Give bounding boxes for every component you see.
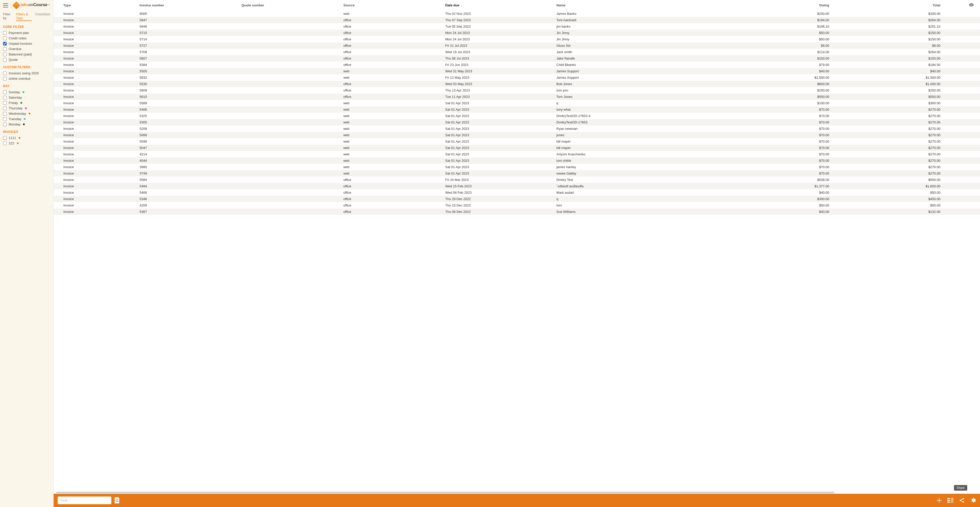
logo[interactable]: ish®onCourse™ bbox=[14, 3, 50, 8]
table-row[interactable]: Invoice5406webSat 01 Apr 2023tony what$7… bbox=[54, 106, 980, 113]
checkbox[interactable] bbox=[3, 117, 6, 121]
table-row[interactable]: Invoice5609officeThu 13 Apr 2023tom jom$… bbox=[54, 87, 980, 94]
cell: $50.00 bbox=[832, 189, 943, 196]
checkbox[interactable] bbox=[3, 58, 6, 62]
filter-check[interactable]: Monday bbox=[3, 122, 50, 127]
checkbox[interactable] bbox=[3, 107, 6, 110]
logo-ish: ish bbox=[21, 3, 27, 7]
table-row[interactable]: Invoice4044webSat 01 Apr 2023toni childs… bbox=[54, 158, 980, 164]
table-row[interactable]: Invoice5325webSat 01 Apr 2023DmitryTestO… bbox=[54, 113, 980, 119]
cell: 5632 bbox=[137, 74, 239, 81]
filter-check[interactable]: Wednesday bbox=[3, 111, 50, 116]
checkbox[interactable] bbox=[3, 77, 6, 80]
table-row[interactable]: Invoice5047webSat 01 Apr 2023bill mayer$… bbox=[54, 145, 980, 151]
checkbox[interactable] bbox=[3, 47, 6, 51]
table-row[interactable]: Invoice5505webWed 31 May 2023James Suppo… bbox=[54, 68, 980, 74]
cell: Invoice bbox=[54, 49, 137, 55]
checkbox[interactable] bbox=[3, 136, 6, 140]
filter-check[interactable]: online overdue bbox=[3, 76, 50, 81]
view-toggle-icon[interactable] bbox=[947, 498, 953, 503]
table-row[interactable]: Invoice5466officeWed 08 Feb 2023Mark asd… bbox=[54, 189, 980, 196]
table-row[interactable]: Invoice5709officeWed 19 Jul 2023Jack smi… bbox=[54, 49, 980, 55]
filter-check[interactable]: Balanced (paid) bbox=[3, 52, 50, 57]
filter-check[interactable]: Payment plan bbox=[3, 30, 50, 35]
cell: James Support bbox=[554, 74, 721, 81]
table-row[interactable]: Invoice5715officeMon 24 Jul 2023Jin Jinn… bbox=[54, 30, 980, 36]
cell: Tue 05 Sep 2023 bbox=[443, 23, 554, 30]
col-owing[interactable]: Owing bbox=[721, 0, 832, 11]
checkbox[interactable] bbox=[3, 142, 6, 145]
table-row[interactable]: Invoice5346officeThu 29 Dec 2022q$300.00… bbox=[54, 196, 980, 202]
table-row[interactable]: Invoice5384officeFri 23 Jun 2023Child Bb… bbox=[54, 62, 980, 68]
filter-check[interactable]: Friday bbox=[3, 100, 50, 105]
share-button[interactable] bbox=[959, 497, 965, 503]
cell bbox=[239, 36, 341, 42]
settings-button[interactable] bbox=[970, 497, 976, 503]
table-row[interactable]: Invoice5632webFri 12 May 2023James Suppo… bbox=[54, 74, 980, 81]
col-name[interactable]: Name bbox=[554, 0, 721, 11]
cell: $150.00 bbox=[832, 36, 943, 42]
filter-check[interactable]: Invoices owing 2020 bbox=[3, 70, 50, 76]
search-box[interactable] bbox=[58, 496, 111, 504]
table-row[interactable]: Invoice5305webSat 01 Apr 2023DmitryTestO… bbox=[54, 119, 980, 126]
tab-filters-tags[interactable]: Filters & Tags bbox=[16, 12, 32, 21]
table-row[interactable]: Invoice5727officeFri 21 Jul 2023Gloss Si… bbox=[54, 42, 980, 49]
table-row[interactable]: Invoice3749webSat 01 Apr 2023wwew Gabby$… bbox=[54, 170, 980, 177]
hamburger-icon[interactable] bbox=[3, 3, 8, 7]
filter-check[interactable]: Quote bbox=[3, 57, 50, 62]
filter-check[interactable]: Unpaid invoices bbox=[3, 41, 50, 46]
filter-check[interactable]: 222 bbox=[3, 140, 50, 146]
col-date-due[interactable]: Date due↓ bbox=[443, 0, 554, 11]
col-visibility[interactable] bbox=[943, 0, 980, 11]
checkbox[interactable] bbox=[3, 72, 6, 75]
table-row[interactable]: Invoice5607officeThu 06 Jul 2023Jake Ran… bbox=[54, 55, 980, 62]
checkbox[interactable] bbox=[3, 31, 6, 35]
checkbox[interactable] bbox=[3, 101, 6, 105]
col-invoice-number[interactable]: Invoice number bbox=[137, 0, 239, 11]
table-scroll[interactable]: Type Invoice number Quote number Source … bbox=[54, 0, 980, 491]
col-quote-number[interactable]: Quote number bbox=[239, 0, 341, 11]
filter-check[interactable]: Saturday bbox=[3, 95, 50, 100]
filter-check[interactable]: 1111 bbox=[3, 135, 50, 140]
saved-search-icon[interactable] bbox=[115, 497, 120, 504]
checkbox[interactable] bbox=[3, 91, 6, 94]
table-row[interactable]: Invoice5048webSat 01 Apr 2023bill mayer$… bbox=[54, 138, 980, 145]
table-row[interactable]: Invoice3980webSat 01 Apr 2023james hanle… bbox=[54, 164, 980, 170]
table-row[interactable]: Invoice5584officeFri 24 Mar 2023Dmitry T… bbox=[54, 177, 980, 183]
filter-check[interactable]: Tuesday bbox=[3, 116, 50, 122]
checkbox[interactable] bbox=[3, 123, 6, 126]
table-row[interactable]: Invoice5610officeTue 11 Apr 2023Tom Jone… bbox=[54, 94, 980, 100]
table-row[interactable]: Invoice5847officeThu 07 Sep 2023Toni Aar… bbox=[54, 17, 980, 23]
filter-check[interactable]: Overdue bbox=[3, 46, 50, 52]
table-row[interactable]: Invoice5484officeWed 15 Feb 2023`sdfasdf… bbox=[54, 183, 980, 189]
cell: $70.00 bbox=[721, 158, 832, 164]
horizontal-scrollbar[interactable] bbox=[54, 491, 980, 494]
table-row[interactable]: Invoice5367officeThu 08 Dec 2022Sue Will… bbox=[54, 209, 980, 215]
col-source[interactable]: Source bbox=[341, 0, 443, 11]
filter-check[interactable]: Sunday bbox=[3, 89, 50, 95]
table-row[interactable]: Invoice4214webSat 01 Apr 2023Artyom Krav… bbox=[54, 151, 980, 158]
table-row[interactable]: Invoice4209officeThu 15 Dec 2022tom$50.0… bbox=[54, 202, 980, 209]
cell: 5714 bbox=[137, 36, 239, 42]
tab-checklists[interactable]: Checklists bbox=[35, 12, 50, 21]
search-input[interactable] bbox=[60, 498, 109, 502]
checkbox[interactable] bbox=[3, 53, 6, 56]
filter-check[interactable]: Thursday bbox=[3, 105, 50, 111]
table-row[interactable]: Invoice5589webSat 01 Apr 2023q$100.00$30… bbox=[54, 100, 980, 106]
checkbox[interactable] bbox=[3, 42, 6, 46]
cell bbox=[239, 55, 341, 62]
checkbox[interactable] bbox=[3, 112, 6, 115]
col-type[interactable]: Type bbox=[54, 0, 137, 11]
add-button[interactable] bbox=[937, 498, 942, 503]
table-row[interactable]: Invoice5530officeWed 03 May 2023Bob Jone… bbox=[54, 81, 980, 87]
table-row[interactable]: Invoice5846officeTue 05 Sep 2023jim bank… bbox=[54, 23, 980, 30]
checkbox[interactable] bbox=[3, 37, 6, 40]
table-row[interactable]: Invoice5714officeMon 24 Jul 2023Jin Jinn… bbox=[54, 36, 980, 42]
filter-check[interactable]: Credit notes bbox=[3, 35, 50, 41]
table-row[interactable]: Invoice5089webSat 01 Apr 2023jones$70.00… bbox=[54, 132, 980, 138]
table-row[interactable]: Invoice6005webThu 02 Nov 2023James Banks… bbox=[54, 11, 980, 17]
scrollbar-thumb[interactable] bbox=[56, 492, 834, 493]
table-row[interactable]: Invoice5208webSat 01 Apr 2023Ryan newman… bbox=[54, 126, 980, 132]
checkbox[interactable] bbox=[3, 96, 6, 99]
col-total[interactable]: Total bbox=[832, 0, 943, 11]
